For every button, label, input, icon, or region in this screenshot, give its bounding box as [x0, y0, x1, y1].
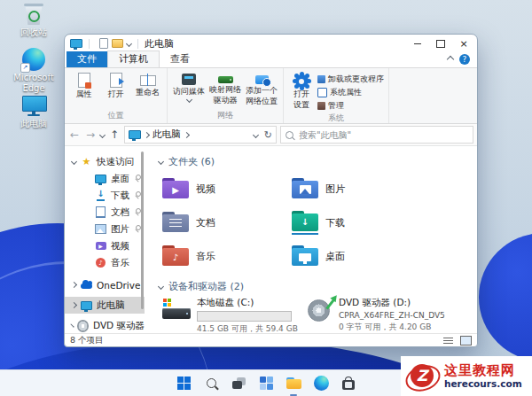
thumbnail-view-icon[interactable] — [460, 336, 472, 346]
folder-item-videos[interactable]: ▶ 视频 — [162, 172, 292, 206]
qat-properties-icon[interactable] — [99, 38, 108, 49]
file-explorer-icon — [286, 377, 301, 389]
ribbon-group-network: 访问媒体 映射网络 驱动器 添加一个 网络位置 网络 — [168, 68, 284, 123]
drive-item-c[interactable]: 本地磁盘 (C:) 41.5 GB 可用，共 59.4 GB — [162, 297, 292, 333]
properties-button[interactable]: 属性 — [69, 70, 98, 98]
recent-locations-chevron-icon[interactable] — [99, 131, 106, 137]
folder-item-documents[interactable]: 文档 — [162, 206, 292, 239]
widgets-button[interactable] — [256, 374, 276, 393]
sidebar-scrollbar[interactable] — [141, 151, 144, 309]
chevron-down-icon — [158, 283, 164, 290]
sidebar-item-this-pc[interactable]: 此电脑 — [65, 297, 145, 314]
address-bar[interactable]: 此电脑 ↻ — [124, 126, 277, 144]
maximize-button[interactable] — [429, 35, 452, 51]
folder-item-downloads[interactable]: ↓ 下载 — [292, 206, 477, 239]
explorer-app-icon — [70, 39, 82, 48]
map-network-drive-button[interactable]: 映射网络 驱动器 — [208, 70, 242, 105]
sidebar-item-desktop[interactable]: 桌面 — [65, 170, 145, 187]
window-title: 此电脑 — [145, 37, 174, 50]
taskbar-store-button[interactable] — [339, 374, 358, 393]
rename-button[interactable]: 重命名 — [133, 70, 162, 97]
folders-section-header[interactable]: 文件夹 (6) — [159, 155, 477, 168]
edge-icon: ↗ — [22, 48, 45, 71]
pin-icon — [134, 208, 141, 216]
breadcrumb-root[interactable]: 此电脑 — [153, 128, 181, 141]
help-icon[interactable]: ? — [459, 54, 470, 65]
taskbar-edge-button[interactable] — [311, 374, 331, 393]
sidebar-item-onedrive[interactable]: OneDrive — [65, 276, 145, 293]
video-icon: ▶ — [96, 242, 106, 250]
open-settings-button[interactable]: 打开 设置 — [288, 70, 315, 110]
folder-item-music[interactable]: ♪ 音乐 — [162, 239, 292, 273]
sidebar-item-dvd-drive[interactable]: DVD 驱动器 (D:) — [65, 317, 145, 333]
search-icon — [286, 131, 293, 139]
details-view-icon[interactable] — [443, 338, 453, 338]
breadcrumb-separator-icon — [144, 131, 150, 137]
hard-drive-icon — [162, 299, 191, 322]
drive-item-dvd[interactable]: DVD 驱动器 (D:) CPRA_X64FRE_ZH-CN_DV5 0 字节 … — [306, 297, 477, 333]
taskbar-search-button[interactable] — [201, 374, 221, 393]
drives-section-header[interactable]: 设备和驱动器 (2) — [159, 280, 477, 293]
sidebar-item-downloads[interactable]: ↓ 下载 — [65, 187, 145, 204]
desktop-icon — [95, 175, 106, 183]
chevron-right-icon[interactable] — [71, 282, 77, 288]
status-bar: 8 个项目 — [65, 333, 477, 346]
desktop-icon-edge[interactable]: ↗ Microsoft Edge — [5, 48, 62, 93]
back-button[interactable]: ← — [68, 128, 81, 141]
system-properties-button[interactable]: 系统属性 — [317, 87, 384, 98]
windows-logo-icon — [177, 377, 191, 390]
tab-view[interactable]: 查看 — [160, 51, 200, 67]
chevron-down-icon[interactable] — [71, 159, 77, 165]
dvd-drive-icon — [306, 297, 332, 322]
ribbon: 属性 打开 重命名 位置 访问媒体 — [65, 68, 477, 124]
add-network-location-button[interactable]: 添加一个 网络位置 — [245, 70, 278, 106]
divider — [137, 39, 138, 49]
folder-item-desktop[interactable]: 桌面 — [292, 239, 477, 273]
minimize-button[interactable] — [406, 35, 429, 51]
desktop-icon-this-pc[interactable]: 此电脑 — [5, 96, 62, 129]
onedrive-cloud-icon — [81, 283, 92, 289]
open-button[interactable]: 打开 — [101, 70, 130, 98]
edge-icon — [314, 376, 329, 391]
task-view-button[interactable] — [229, 374, 248, 393]
chevron-right-icon[interactable] — [71, 302, 77, 308]
access-media-button[interactable]: 访问媒体 — [172, 70, 206, 102]
search-icon — [207, 378, 216, 388]
chevron-right-icon[interactable] — [70, 323, 74, 327]
search-input[interactable] — [297, 129, 468, 141]
forward-button[interactable]: → — [84, 128, 97, 141]
start-button[interactable] — [174, 374, 193, 393]
computer-icon — [81, 301, 92, 310]
window-titlebar[interactable]: 此电脑 × — [65, 35, 477, 52]
ribbon-tabstrip: 文件 计算机 查看 ? — [65, 52, 477, 68]
widgets-icon — [260, 377, 273, 390]
tab-file[interactable]: 文件 — [66, 51, 107, 67]
taskbar-file-explorer-button[interactable] — [284, 374, 303, 393]
address-dropdown-chevron-icon[interactable] — [253, 131, 259, 137]
desktop-icon-label: 此电脑 — [5, 119, 62, 129]
search-box[interactable] — [280, 126, 473, 144]
disk-usage-bar — [197, 311, 292, 322]
pin-icon — [134, 175, 141, 182]
qat-customize-chevron-icon[interactable] — [126, 40, 132, 46]
uninstall-program-button[interactable]: 卸载或更改程序 — [317, 74, 384, 85]
sidebar-item-music[interactable]: ♪ 音乐 — [65, 254, 145, 271]
close-button[interactable]: × — [452, 35, 475, 51]
folder-item-pictures[interactable]: 图片 — [292, 172, 477, 206]
sidebar-item-quick-access[interactable]: ★ 快速访问 — [65, 153, 145, 170]
manage-button[interactable]: 管理 — [317, 100, 384, 112]
collapse-ribbon-icon[interactable] — [447, 56, 454, 63]
ribbon-group-system: 打开 设置 卸载或更改程序 系统属性 — [284, 68, 389, 123]
sidebar-item-videos[interactable]: ▶ 视频 — [65, 237, 145, 254]
qat-new-folder-icon[interactable] — [112, 39, 123, 48]
desktop-icon-recycle-bin[interactable]: 回收站 — [5, 4, 62, 38]
file-explorer-window: 此电脑 × 文件 计算机 查看 ? 属性 — [64, 34, 478, 347]
watermark-monogram: Z — [411, 364, 434, 387]
up-button[interactable]: ↑ — [108, 128, 121, 141]
tab-computer[interactable]: 计算机 — [107, 50, 160, 67]
refresh-icon[interactable]: ↻ — [264, 129, 272, 141]
sidebar-item-documents[interactable]: 文档 — [65, 204, 145, 221]
address-row: ← → ↑ 此电脑 ↻ — [65, 124, 477, 146]
sidebar-item-pictures[interactable]: 图片 — [65, 221, 145, 237]
pictures-folder-icon — [292, 178, 318, 199]
